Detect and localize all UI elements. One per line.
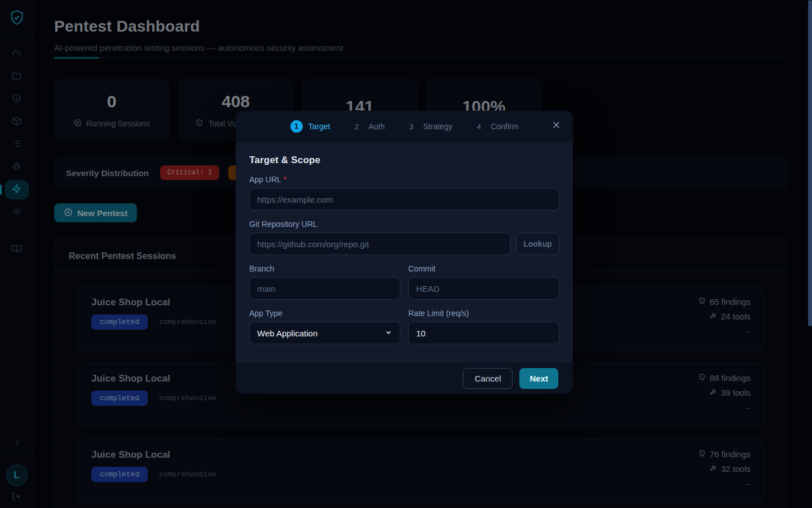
step-number: 1: [290, 120, 303, 133]
step-strategy[interactable]: 3 Strategy: [405, 122, 452, 131]
rate-limit-input[interactable]: [408, 322, 559, 344]
commit-label: Commit: [408, 264, 559, 273]
modal-heading: Target & Scope: [249, 155, 559, 166]
app-type-value: Web Application: [257, 329, 317, 338]
lookup-button[interactable]: Lookup: [516, 233, 559, 255]
page-scrollbar: [808, 0, 812, 508]
scrollbar-thumb[interactable]: [808, 0, 812, 326]
step-label: Target: [308, 122, 330, 131]
new-pentest-modal: 1 Target 2 Auth 3 Strategy 4 Confirm Tar…: [236, 111, 573, 394]
modal-close-button[interactable]: [549, 119, 563, 133]
git-url-label: Git Repository URL: [249, 220, 559, 229]
step-target[interactable]: 1 Target: [290, 120, 330, 133]
step-auth[interactable]: 2 Auth: [350, 122, 385, 131]
branch-label: Branch: [249, 264, 400, 273]
required-asterisk: *: [284, 175, 286, 184]
app-type-select[interactable]: Web Application: [249, 322, 400, 344]
chevron-down-icon: [385, 329, 392, 338]
app-url-label: App URL*: [249, 175, 559, 184]
next-button[interactable]: Next: [519, 368, 558, 389]
step-number: 2: [350, 122, 363, 131]
step-number: 4: [473, 122, 485, 131]
branch-input[interactable]: [249, 277, 400, 300]
modal-footer: Cancel Next: [236, 362, 573, 394]
git-url-input[interactable]: [249, 233, 510, 255]
git-url-row: Lookup: [249, 233, 559, 255]
commit-input[interactable]: [408, 277, 559, 300]
cancel-button[interactable]: Cancel: [463, 368, 513, 389]
step-label: Strategy: [423, 122, 452, 131]
modal-body: Target & Scope App URL* Git Repository U…: [236, 142, 573, 362]
step-label: Auth: [368, 122, 385, 131]
step-number: 3: [405, 122, 417, 131]
app-url-input[interactable]: [249, 188, 559, 211]
step-label: Confirm: [491, 122, 518, 131]
rate-limit-label: Rate Limit (req/s): [408, 309, 559, 318]
close-icon: [551, 120, 561, 132]
app-type-label: App Type: [249, 309, 400, 318]
modal-stepper: 1 Target 2 Auth 3 Strategy 4 Confirm: [236, 111, 573, 142]
step-confirm[interactable]: 4 Confirm: [473, 122, 518, 131]
